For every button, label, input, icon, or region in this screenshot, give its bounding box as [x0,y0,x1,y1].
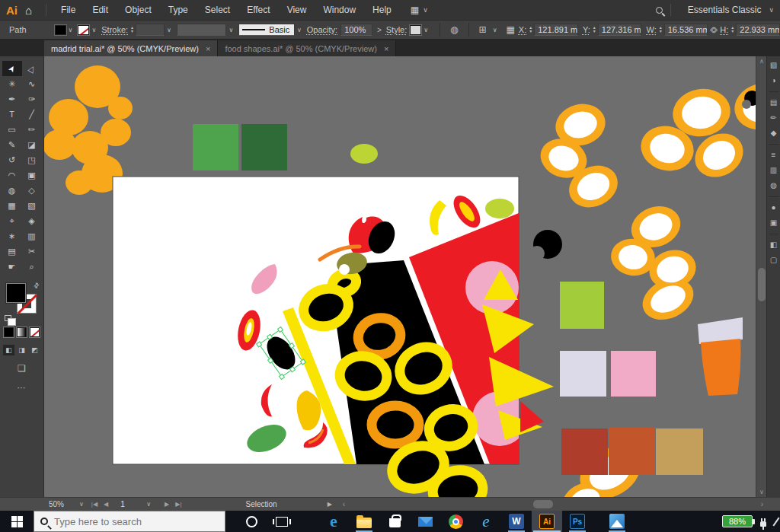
artwork-svg[interactable] [44,56,756,497]
tool-gradient[interactable]: ▧ [22,198,42,213]
tool-rotate[interactable]: ↺ [2,152,22,167]
start-button[interactable] [0,511,34,532]
gradient-panel-icon[interactable]: ▥ [770,166,777,177]
brush-definition-dropdown[interactable] [177,24,227,36]
arrange-documents-icon[interactable]: ▦ [411,5,420,15]
w-label[interactable]: W: [646,25,656,34]
tool-eraser[interactable]: ◪ [22,137,42,152]
search-icon[interactable] [656,7,663,14]
default-fill-stroke-icon[interactable] [5,315,11,321]
tool-eyedropper[interactable]: ⌖ [2,213,22,228]
swap-fill-stroke-icon[interactable]: ⇄ [32,281,41,290]
tool-free-transform[interactable]: ▣ [22,167,42,183]
black-moon-blob[interactable] [529,230,562,261]
tool-rectangle[interactable]: ▭ [2,122,22,137]
tool-shape-builder[interactable]: ◍ [2,183,22,198]
chevron-down-icon[interactable]: ∨ [229,27,233,33]
document-setup-icon[interactable]: ◍ [450,24,458,35]
tool-width[interactable]: ◠ [2,167,22,183]
pink-square[interactable] [611,351,656,397]
home-icon[interactable]: ⌂ [25,4,32,17]
battery-indicator[interactable]: 88% [722,515,753,527]
w-field[interactable]: 16.536 mm [664,24,708,36]
draw-inside-button[interactable]: ◩ [29,345,40,355]
tool-hand[interactable]: ☛ [2,259,22,274]
orange-cup[interactable] [698,317,743,396]
more-options-chevron[interactable]: > [377,26,382,34]
h-label[interactable]: H: [720,25,728,34]
opacity-label[interactable]: Opacity: [307,25,337,34]
stroke-weight-stepper[interactable]: ▴▾ [131,26,133,33]
next-artboard-icon[interactable]: ▶ [165,501,169,508]
menu-help[interactable]: Help [364,0,400,20]
lavender-square[interactable] [560,351,606,397]
zoom-level[interactable]: 50% [49,500,79,508]
menu-select[interactable]: Select [197,0,238,20]
green-square[interactable] [193,124,238,170]
artboard-number-field[interactable]: 1 [114,500,140,508]
appearance-panel-icon[interactable]: ● [771,203,775,214]
stroke-color-swatch[interactable] [78,25,89,35]
tool-slice[interactable]: ✂ [22,244,42,259]
opacity-field[interactable]: 100% [340,24,372,36]
menu-file[interactable]: File [53,0,84,20]
file-explorer-button[interactable] [349,511,379,532]
tool-direct-selection[interactable]: ▷ [22,61,42,76]
chevron-down-icon[interactable]: ∨ [769,6,774,14]
screen-mode-button[interactable]: ❏ [18,363,26,374]
h-field[interactable]: 22.933 mm [736,24,780,36]
tool-pen[interactable]: ✒ [2,91,22,107]
tool-zoom[interactable]: ⌕ [22,259,42,274]
fill-color-swatch[interactable] [55,25,66,35]
word-button[interactable]: W [501,511,532,532]
lime-oval[interactable] [485,199,514,218]
chrome-button[interactable] [440,511,471,532]
tool-symbol-sprayer[interactable]: ∗ [2,228,22,244]
illustrator-button[interactable]: Ai [532,511,562,532]
tool-blend[interactable]: ◈ [22,213,42,228]
none-button[interactable] [30,327,40,337]
menu-edit[interactable]: Edit [84,0,117,20]
horizontal-scroll-thumb[interactable] [533,500,553,508]
scroll-down-icon[interactable]: ∨ [756,489,767,495]
tool-line-segment[interactable]: ╱ [22,107,42,122]
taskbar-search[interactable] [34,511,225,532]
mail-button[interactable] [410,511,440,532]
last-artboard-icon[interactable]: ▶| [175,501,181,508]
tool-magic-wand[interactable]: ✳ [2,76,22,91]
x-field[interactable]: 121.891 mm [534,24,578,36]
brushes-panel-icon[interactable]: ✏ [770,113,776,124]
photoshop-button[interactable]: Ps [562,511,593,532]
internet-explorer-button[interactable]: e [471,511,501,532]
chevron-down-icon[interactable]: ∨ [146,501,151,508]
chevron-down-icon[interactable]: ∨ [423,6,428,14]
color-button[interactable] [4,327,14,337]
photos-button[interactable] [602,511,632,532]
store-button[interactable] [379,511,410,532]
menu-type[interactable]: Type [160,0,197,20]
transparency-panel-icon[interactable]: ◍ [770,181,777,192]
stroke-panel-icon[interactable]: ≡ [772,151,776,161]
graphic-style-swatch[interactable] [410,25,421,35]
x-label[interactable]: X: [519,25,526,34]
y-field[interactable]: 127.316 mm [598,24,642,36]
artboards-panel-icon[interactable]: ▢ [770,256,777,266]
edge-button[interactable]: e [318,511,349,532]
menu-effect[interactable]: Effect [238,0,278,20]
lime-square[interactable] [560,282,604,329]
tool-graph[interactable]: ▥ [22,228,42,244]
tool-type[interactable]: T [2,107,22,122]
canvas[interactable] [44,56,756,497]
stroke-weight-field[interactable] [136,24,165,36]
close-icon[interactable]: × [384,44,388,53]
first-artboard-icon[interactable]: |◀ [91,501,98,508]
align-icon[interactable]: ⊞ [479,24,487,35]
tab-madrid-trial[interactable]: madrid trial.ai* @ 50% (CMYK/Preview) × [44,40,218,56]
unpopped-corn-cluster[interactable] [44,65,133,195]
h-stepper[interactable]: ▴▾ [731,26,734,33]
workspace-switcher[interactable]: Essentials Classic [688,5,762,15]
menu-window[interactable]: Window [315,0,364,20]
menu-view[interactable]: View [279,0,315,20]
swatches-panel-icon[interactable]: ▤ [770,98,777,109]
scroll-up-icon[interactable]: ∧ [756,58,767,65]
